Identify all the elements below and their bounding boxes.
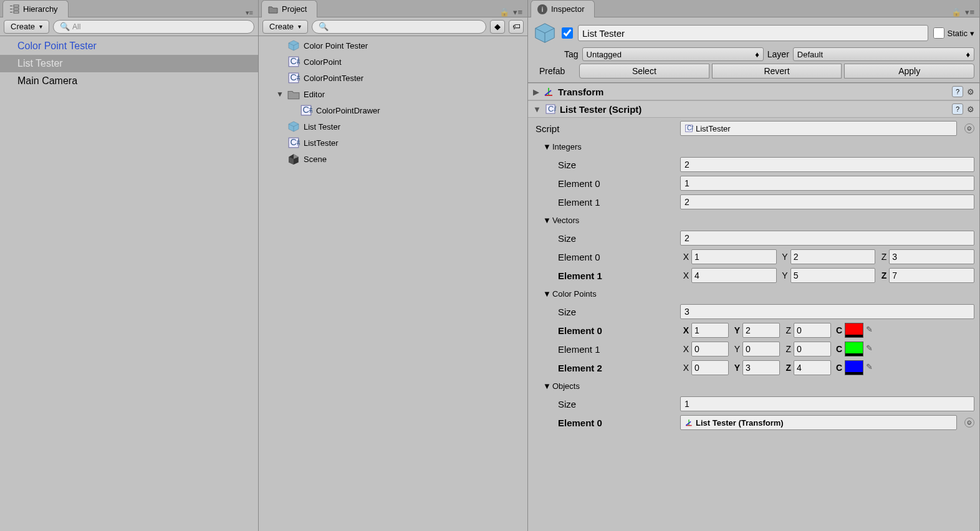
eyedropper-icon[interactable]: ✎	[866, 325, 877, 336]
tag-label: Tag	[564, 49, 579, 59]
colorpoint-z-input[interactable]	[794, 323, 831, 338]
object-picker-icon[interactable]: ⊙	[964, 418, 974, 428]
gear-icon[interactable]: ⚙	[967, 105, 974, 114]
static-dropdown-icon[interactable]: ▾	[970, 29, 974, 38]
gameobject-name-input[interactable]	[578, 25, 928, 41]
project-search[interactable]: 🔍	[312, 20, 486, 34]
search-icon: 🔍	[60, 22, 70, 31]
colorpoints-foldout[interactable]: ▼Color Points	[533, 289, 676, 299]
vector-y-input[interactable]	[790, 268, 876, 283]
color-swatch[interactable]	[845, 360, 863, 375]
vector-y-input[interactable]	[790, 249, 876, 264]
cs-icon: C#	[287, 136, 300, 149]
object-picker-icon[interactable]: ⊙	[964, 123, 974, 133]
color-swatch[interactable]	[845, 342, 863, 356]
project-item[interactable]: C#ListTester	[259, 135, 527, 151]
gameobject-active-checkbox[interactable]	[562, 27, 573, 39]
colorpoint-x-input[interactable]	[691, 360, 729, 375]
filter-by-label-button[interactable]: 🏷	[509, 20, 524, 34]
static-toggle[interactable]: Static ▾	[933, 27, 974, 39]
objects-el0-field[interactable]: List Tester (Transform)	[680, 415, 957, 430]
project-item[interactable]: Scene	[259, 151, 527, 167]
prefab-icon	[287, 39, 300, 52]
script-component-header[interactable]: ▼ C# List Tester (Script) ? ⚙	[528, 100, 979, 118]
color-swatch[interactable]	[845, 323, 863, 338]
vector-z-input[interactable]	[889, 268, 974, 283]
colorpoint-x-input[interactable]	[691, 323, 729, 338]
objects-size-input[interactable]	[680, 396, 974, 411]
static-checkbox[interactable]	[933, 27, 944, 39]
hierarchy-search-input[interactable]	[83, 22, 247, 31]
project-item-label: ColorPoint	[304, 57, 342, 67]
hierarchy-search[interactable]: 🔍 All	[53, 20, 254, 34]
eyedropper-icon[interactable]: ✎	[866, 343, 877, 355]
integers-size-label: Size	[533, 160, 676, 170]
hierarchy-item[interactable]: List Tester	[0, 55, 258, 72]
prefab-revert-button[interactable]: Revert	[712, 64, 842, 79]
project-item[interactable]: ▼Editor	[259, 86, 527, 102]
project-tab[interactable]: Project	[261, 0, 317, 17]
hierarchy-tab[interactable]: Hierarchy	[2, 0, 69, 17]
svg-text:C#: C#	[290, 72, 300, 82]
transform-icon	[685, 418, 693, 427]
colorpoint-z-input[interactable]	[794, 360, 831, 375]
project-item-label: ColorPointTester	[304, 74, 363, 83]
vectors-foldout[interactable]: ▼Vectors	[533, 216, 676, 225]
project-tab-extra[interactable]: 🔒 ▾≡	[499, 7, 527, 17]
foldout-icon[interactable]: ▼	[533, 105, 541, 114]
colorpoint-y-input[interactable]	[742, 342, 780, 356]
colorpoint-z-input[interactable]	[794, 342, 831, 356]
project-item[interactable]: C#ColorPointTester	[259, 70, 527, 86]
colorpoint-y-input[interactable]	[742, 360, 780, 375]
project-create-button[interactable]: Create	[262, 20, 308, 34]
hierarchy-tab-menu[interactable]: ▾≡	[246, 9, 258, 17]
inspector-tab-extra[interactable]: 🔒 ▾≡	[951, 7, 979, 17]
vectors-size-input[interactable]	[680, 231, 974, 246]
layer-dropdown[interactable]: Default♦	[793, 47, 974, 61]
vector-x-input[interactable]	[691, 268, 777, 283]
x-label: X	[680, 252, 689, 262]
project-search-input[interactable]	[331, 22, 479, 31]
foldout-icon[interactable]: ▶	[533, 87, 539, 97]
lock-icon[interactable]: 🔒	[499, 7, 509, 17]
prefab-select-button[interactable]: Select	[579, 64, 709, 79]
c-label: C	[833, 325, 842, 335]
help-icon[interactable]: ?	[952, 103, 963, 115]
script-object-field[interactable]: C# ListTester	[680, 121, 957, 136]
integers-foldout[interactable]: ▼Integers	[533, 142, 676, 151]
prefab-apply-button[interactable]: Apply	[844, 64, 974, 79]
info-icon: i	[537, 4, 547, 14]
svg-line-32	[686, 421, 691, 425]
project-item[interactable]: C#ColorPointDrawer	[259, 102, 527, 118]
cs-icon: C#	[287, 72, 300, 84]
hierarchy-create-button[interactable]: Create	[4, 20, 49, 34]
inspector-tab[interactable]: i Inspector	[531, 0, 595, 17]
integers-size-input[interactable]	[680, 157, 974, 172]
colorpoint-y-input[interactable]	[742, 323, 780, 338]
transform-component-header[interactable]: ▶ Transform ? ⚙	[528, 83, 979, 100]
tag-dropdown[interactable]: Untagged♦	[582, 47, 764, 61]
project-item[interactable]: Color Point Tester	[259, 37, 527, 54]
foldout-icon[interactable]: ▼	[276, 90, 284, 98]
vector-z-input[interactable]	[889, 249, 974, 264]
project-item[interactable]: C#ColorPoint	[259, 54, 527, 70]
gameobject-icon[interactable]	[533, 21, 557, 45]
panel-menu-icon[interactable]: ▾≡	[513, 7, 522, 17]
colorpoint-x-input[interactable]	[691, 342, 729, 356]
integer-element-input[interactable]	[680, 194, 974, 209]
objects-foldout[interactable]: ▼Objects	[533, 381, 676, 391]
colorpoints-size-input[interactable]	[680, 304, 974, 319]
foldout-icon: ▼	[543, 216, 551, 225]
vector-x-input[interactable]	[691, 249, 777, 264]
project-item-label: ListTester	[304, 138, 339, 148]
hierarchy-item[interactable]: Main Camera	[0, 72, 258, 90]
panel-menu-icon[interactable]: ▾≡	[965, 7, 974, 17]
project-item[interactable]: List Tester	[259, 118, 527, 135]
hierarchy-item[interactable]: Color Point Tester	[0, 37, 258, 55]
filter-by-type-button[interactable]: ◆	[490, 20, 505, 34]
lock-icon[interactable]: 🔒	[951, 7, 961, 17]
help-icon[interactable]: ?	[952, 86, 963, 97]
integer-element-input[interactable]	[680, 176, 974, 191]
gear-icon[interactable]: ⚙	[967, 87, 974, 97]
eyedropper-icon[interactable]: ✎	[866, 362, 877, 373]
